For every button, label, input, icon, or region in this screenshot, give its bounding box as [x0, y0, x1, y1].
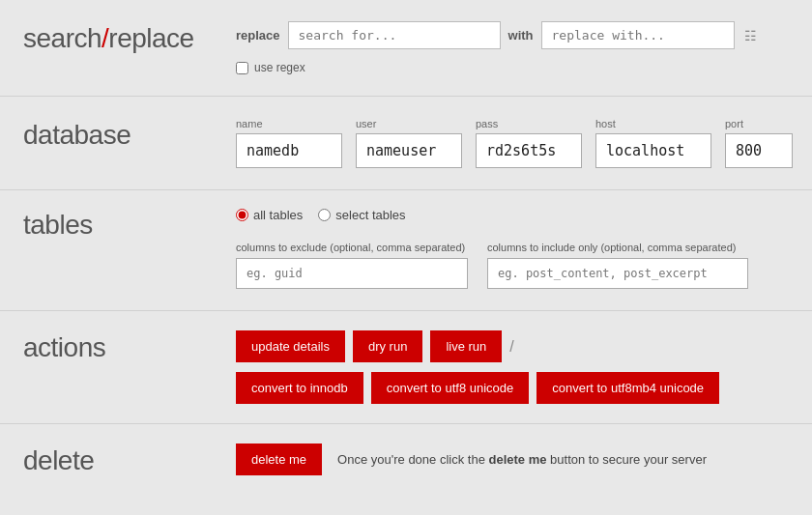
include-col-group: columns to include only (optional, comma… — [487, 242, 748, 289]
search-input[interactable] — [288, 21, 501, 49]
use-regex-label: use regex — [254, 61, 305, 74]
include-input[interactable] — [487, 258, 748, 289]
delete-notice-bold: delete me — [489, 452, 547, 467]
database-content: name user pass host port — [236, 118, 793, 168]
database-section: database name user pass host port — [0, 97, 812, 190]
db-user-field: user — [356, 118, 462, 168]
exclude-input[interactable] — [236, 258, 468, 289]
actions-content: update details dry run live run / conver… — [236, 330, 719, 404]
db-pass-label: pass — [476, 118, 582, 129]
update-details-button[interactable]: update details — [236, 330, 345, 362]
include-label: columns to include only (optional, comma… — [487, 242, 748, 253]
db-pass-field: pass — [476, 118, 582, 168]
delete-label: delete — [23, 443, 236, 476]
select-tables-option[interactable]: select tables — [318, 208, 405, 222]
exclude-col-group: columns to exclude (optional, comma sepa… — [236, 242, 468, 289]
tables-content: all tables select tables columns to excl… — [236, 208, 789, 289]
db-user-input[interactable] — [356, 133, 462, 168]
tables-radio-row: all tables select tables — [236, 208, 789, 222]
db-port-label: port — [725, 118, 793, 129]
db-host-label: host — [595, 118, 711, 129]
delete-notice: Once you're done click the delete me but… — [337, 452, 707, 467]
convert-utf8-button[interactable]: convert to utf8 unicode — [371, 372, 530, 404]
database-label: database — [23, 118, 236, 151]
all-tables-radio[interactable] — [236, 209, 248, 221]
tables-label: tables — [23, 208, 236, 241]
db-port-input[interactable] — [725, 133, 793, 168]
search-replace-content: replace with ☷ use regex — [236, 21, 789, 74]
select-tables-label: select tables — [335, 208, 405, 222]
db-user-label: user — [356, 118, 462, 129]
delete-notice-text2: button to secure your server — [546, 452, 706, 467]
db-pass-input[interactable] — [476, 133, 582, 168]
db-name-field: name — [236, 118, 342, 168]
db-port-field: port — [725, 118, 793, 168]
actions-label: actions — [23, 330, 236, 363]
all-tables-label: all tables — [253, 208, 303, 222]
select-tables-radio[interactable] — [318, 209, 331, 221]
db-name-label: name — [236, 118, 342, 129]
live-run-button[interactable]: live run — [430, 330, 502, 362]
replace-input[interactable] — [541, 21, 735, 49]
use-regex-checkbox[interactable] — [236, 62, 248, 74]
db-name-input[interactable] — [236, 133, 342, 168]
delete-content: delete me Once you're done click the del… — [236, 443, 707, 475]
app-title: search/replace — [23, 21, 236, 54]
replace-icon: ☷ — [744, 28, 757, 43]
convert-innodb-button[interactable]: convert to innodb — [236, 372, 363, 404]
db-host-input[interactable] — [595, 133, 711, 168]
actions-slash: / — [509, 338, 513, 356]
regex-row: use regex — [236, 61, 789, 74]
actions-row-2: convert to innodb convert to utf8 unicod… — [236, 372, 719, 404]
exclude-label: columns to exclude (optional, comma sepa… — [236, 242, 468, 253]
convert-utf8mb4-button[interactable]: convert to utf8mb4 unicode — [536, 372, 719, 404]
search-replace-section: search/replace replace with ☷ use regex — [0, 0, 812, 97]
delete-me-button[interactable]: delete me — [236, 443, 322, 475]
database-fields: name user pass host port — [236, 118, 793, 168]
actions-section: actions update details dry run live run … — [0, 311, 812, 424]
replace-label: replace — [236, 28, 280, 43]
delete-notice-text: Once you're done click the — [337, 452, 488, 467]
db-host-field: host — [595, 118, 711, 168]
columns-row: columns to exclude (optional, comma sepa… — [236, 242, 789, 289]
delete-section: delete delete me Once you're done click … — [0, 424, 812, 496]
tables-section: tables all tables select tables columns … — [0, 190, 812, 311]
with-label: with — [508, 28, 534, 43]
search-replace-row: replace with ☷ — [236, 21, 789, 49]
all-tables-option[interactable]: all tables — [236, 208, 303, 222]
actions-row-1: update details dry run live run / — [236, 330, 719, 362]
dry-run-button[interactable]: dry run — [353, 330, 422, 362]
